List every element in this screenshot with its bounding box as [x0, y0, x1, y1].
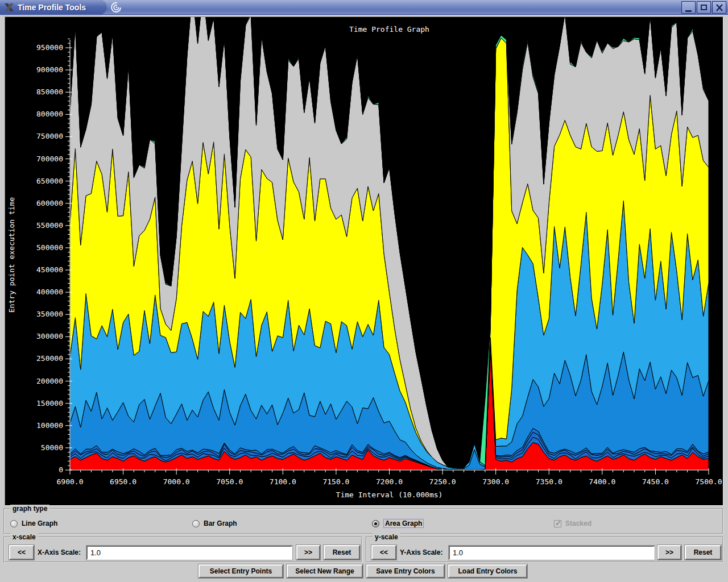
svg-text:450000: 450000: [36, 265, 63, 274]
svg-text:Time Interval (10.000ms): Time Interval (10.000ms): [336, 490, 443, 499]
x-scale-reset-button[interactable]: Reset: [324, 545, 360, 560]
minimize-icon: [685, 10, 692, 12]
y-axis-scale-input[interactable]: [449, 546, 655, 560]
x-scale-back-button[interactable]: <<: [9, 545, 34, 560]
y-scale-forward-button[interactable]: >>: [657, 545, 681, 560]
y-scale-group-label: y-scale: [373, 533, 400, 541]
x-scale-forward-button[interactable]: >>: [296, 545, 320, 560]
svg-text:400000: 400000: [36, 288, 63, 296]
y-scale-group: y-scale << Y-Axis Scale: >> Reset: [366, 537, 723, 563]
swirl-emblem-icon: [109, 1, 123, 14]
svg-text:50000: 50000: [41, 443, 63, 452]
area-graph-radio[interactable]: [372, 520, 379, 527]
svg-text:6900.0: 6900.0: [57, 477, 84, 486]
svg-text:0: 0: [59, 465, 63, 474]
minimize-button[interactable]: [681, 1, 696, 14]
select-new-range-button[interactable]: Select New Range: [287, 564, 363, 578]
svg-text:750000: 750000: [36, 132, 63, 140]
bar-graph-option[interactable]: Bar Graph: [192, 518, 237, 529]
graph-type-group-label: graph type: [10, 505, 49, 513]
window-title: Time Profile Tools: [18, 3, 86, 12]
title-tab: Time Profile Tools: [0, 0, 106, 15]
graph-type-group: graph type Line Graph Bar Graph Area Gra…: [3, 508, 723, 534]
svg-text:Entry point execution time: Entry point execution time: [7, 197, 16, 313]
svg-text:7000.0: 7000.0: [163, 477, 190, 486]
svg-text:100000: 100000: [36, 421, 63, 430]
svg-text:6950.0: 6950.0: [110, 477, 136, 486]
svg-text:650000: 650000: [36, 177, 63, 185]
svg-text:550000: 550000: [36, 221, 63, 230]
action-button-row: Select Entry Points Select New Range Sav…: [0, 564, 728, 579]
area-graph-label: Area Graph: [383, 519, 424, 528]
x11-logo-icon: [3, 2, 15, 13]
y-axis-scale-label: Y-Axis Scale:: [400, 548, 442, 556]
save-entry-colors-button[interactable]: Save Entry Colors: [366, 564, 445, 578]
close-button[interactable]: [712, 1, 726, 14]
svg-text:350000: 350000: [36, 310, 63, 318]
stacked-label: Stacked: [565, 519, 592, 527]
svg-text:600000: 600000: [36, 199, 63, 207]
stacked-checkbox[interactable]: [554, 520, 561, 527]
area-graph-option[interactable]: Area Graph: [372, 518, 424, 529]
load-entry-colors-button[interactable]: Load Entry Colors: [448, 564, 527, 578]
title-bar[interactable]: Time Profile Tools: [0, 0, 728, 15]
svg-text:200000: 200000: [36, 377, 63, 385]
svg-text:7500.0: 7500.0: [696, 477, 722, 486]
close-icon: [715, 4, 723, 11]
svg-text:850000: 850000: [36, 88, 63, 96]
svg-text:800000: 800000: [36, 110, 63, 118]
y-scale-back-button[interactable]: <<: [371, 545, 396, 560]
line-graph-label: Line Graph: [22, 519, 57, 527]
x-scale-group: x-scale << X-Axis Scale: >> Reset: [3, 537, 362, 563]
maximize-button[interactable]: [697, 1, 711, 14]
x-scale-group-label: x-scale: [10, 533, 38, 541]
bar-graph-radio[interactable]: [192, 520, 200, 527]
svg-text:7200.0: 7200.0: [376, 477, 403, 486]
svg-text:7250.0: 7250.0: [429, 477, 456, 486]
svg-text:7350.0: 7350.0: [536, 477, 562, 486]
svg-text:150000: 150000: [36, 399, 63, 408]
svg-text:7100.0: 7100.0: [270, 477, 296, 486]
x-axis-scale-label: X-Axis Scale:: [38, 548, 81, 556]
svg-text:Time Profile Graph: Time Profile Graph: [349, 25, 429, 34]
svg-text:250000: 250000: [36, 354, 63, 363]
bar-graph-label: Bar Graph: [204, 519, 237, 527]
y-scale-reset-button[interactable]: Reset: [685, 545, 721, 560]
x-axis-scale-input[interactable]: [86, 546, 292, 560]
svg-text:300000: 300000: [36, 332, 63, 340]
svg-text:7300.0: 7300.0: [482, 477, 509, 486]
svg-text:7150.0: 7150.0: [322, 477, 349, 486]
svg-text:500000: 500000: [36, 243, 63, 252]
line-graph-option[interactable]: Line Graph: [10, 518, 57, 529]
svg-text:900000: 900000: [36, 65, 63, 74]
svg-text:950000: 950000: [36, 43, 63, 52]
svg-text:700000: 700000: [36, 155, 63, 163]
svg-text:7400.0: 7400.0: [589, 477, 615, 486]
time-profile-tools-window: Time Profile Tools 050000100000150000200…: [0, 0, 728, 582]
time-profile-graph[interactable]: 0500001000001500002000002500003000003500…: [5, 16, 723, 506]
line-graph-radio[interactable]: [10, 520, 18, 527]
maximize-icon: [701, 5, 707, 10]
stacked-option[interactable]: Stacked: [554, 518, 592, 529]
select-entry-points-button[interactable]: Select Entry Points: [198, 564, 283, 578]
svg-text:7450.0: 7450.0: [642, 477, 669, 486]
svg-text:7050.0: 7050.0: [216, 477, 243, 486]
